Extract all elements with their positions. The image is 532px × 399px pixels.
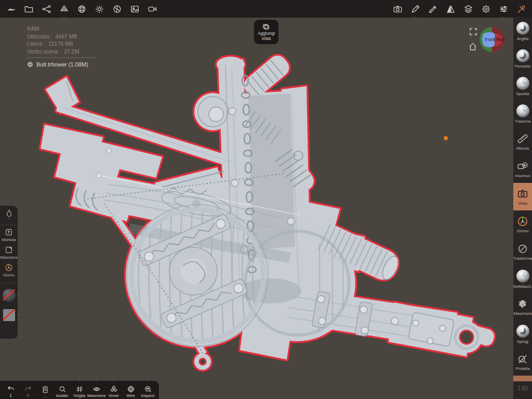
- chevron-right-icon: ›: [17, 292, 19, 298]
- material-swatch[interactable]: ›: [2, 288, 16, 302]
- stroke-morbida-button[interactable]: Morbida: [0, 228, 18, 242]
- tool-trasforma[interactable]: Trasforma: [513, 238, 532, 265]
- gizmo-icon: [517, 216, 528, 227]
- isolate-magnifier-icon: [58, 385, 66, 393]
- logo-icon[interactable]: [2, 0, 20, 18]
- tool-sposta[interactable]: Sposta: [513, 73, 532, 100]
- tool-gizmo[interactable]: Gizmo: [513, 210, 532, 238]
- mask-square-icon: [5, 246, 13, 254]
- tool-argilla[interactable]: Argilla: [513, 18, 532, 45]
- undo-count: 1: [9, 393, 12, 398]
- left-tool-panel: ˇ Morbida Maschera Gizmo › ›: [0, 206, 18, 339]
- chevron-right-icon: ›: [17, 312, 19, 317]
- top-toolbar-left: …: [2, 0, 161, 18]
- stats-used: Utilizzata : 4467 MB: [27, 33, 96, 41]
- push-sphere-icon: [516, 325, 529, 338]
- screenshot-camera-icon[interactable]: [389, 0, 406, 18]
- gear-icon[interactable]: [477, 0, 495, 18]
- inspect-eye-magnifier-icon: [144, 385, 152, 393]
- ruler-icon: [517, 133, 528, 144]
- undo-icon: [7, 384, 15, 393]
- toggle-inspect[interactable]: ˆ Inspect: [139, 385, 156, 398]
- right-tool-bar: Argilla Pennello Sposta Trascina Misura …: [513, 18, 532, 399]
- drag-sphere-icon: [516, 104, 529, 117]
- history-notebook-icon: [41, 385, 49, 394]
- scene-pyramid-icon[interactable]: …: [55, 0, 73, 18]
- mesh-sphere-icon: [27, 61, 33, 68]
- bottom-toolbar: 1 0 … ˆ Isolato ˆ Griglia ˆ Maschera ˆ: [0, 381, 159, 399]
- texture-swatch[interactable]: ›: [2, 308, 16, 322]
- layers-icon[interactable]: [459, 0, 477, 18]
- stroke-cursor-dot: [444, 136, 448, 140]
- scene-object-label: Bolt trhower (1.08M): [36, 61, 88, 69]
- tool-selmasch[interactable]: SelMasch.: [513, 265, 532, 293]
- redo-button[interactable]: 0: [19, 384, 36, 398]
- add-view-button[interactable]: Aggiungi vista: [254, 20, 278, 44]
- brush-sphere-icon: [516, 49, 529, 62]
- tools-icon[interactable]: [512, 0, 530, 18]
- toggle-wire[interactable]: ˆ Wire: [122, 385, 139, 398]
- tool-proietta[interactable]: Proietta: [513, 348, 532, 376]
- falloff-droplet-icon[interactable]: [5, 209, 14, 218]
- undo-button[interactable]: 1: [2, 384, 19, 398]
- project-icon: [517, 353, 528, 365]
- orientation-ball[interactable]: Front Right: [479, 26, 505, 52]
- clay-sphere-icon: [516, 22, 529, 35]
- tool-pennello[interactable]: Pennello: [513, 45, 532, 73]
- radius-value: 1.82: [517, 385, 527, 391]
- view-camera-icon: [517, 188, 528, 200]
- video-camera-icon[interactable]: [143, 0, 161, 18]
- symmetry-icon[interactable]: [442, 0, 459, 18]
- ball-front-label: Front: [485, 37, 495, 42]
- toggle-griglia[interactable]: ˆ Griglia: [71, 385, 88, 398]
- tool-trascina[interactable]: Trascina: [513, 100, 532, 128]
- node-graph-icon[interactable]: [37, 0, 55, 18]
- pencil-icon[interactable]: …: [406, 0, 424, 18]
- wireframe-sphere-icon: [127, 385, 135, 393]
- tool-inserisci[interactable]: Inserisci: [513, 155, 532, 183]
- toggle-maschera[interactable]: ˆ Maschera: [88, 385, 105, 398]
- gizmo-shortcut-button[interactable]: Gizmo: [0, 263, 18, 277]
- history-button[interactable]: …: [36, 385, 54, 398]
- image-icon[interactable]: [126, 0, 143, 18]
- divider: [0, 224, 18, 225]
- stroke-maschera-button[interactable]: Maschera: [0, 246, 18, 260]
- mask-splat-icon: [517, 298, 528, 310]
- add-camera-icon: [262, 23, 270, 31]
- soft-stroke-icon: [5, 228, 13, 236]
- sun-icon[interactable]: [90, 0, 108, 18]
- scene-object-row[interactable]: Bolt trhower (1.08M): [27, 61, 96, 69]
- folder-icon[interactable]: [20, 0, 37, 18]
- paintbrush-icon[interactable]: [424, 0, 442, 18]
- nomad-sculpt-app: { "colors":{ "canvas_bg":"#4a443f","topb…: [0, 0, 532, 399]
- toggle-voxel[interactable]: ˆ Voxel: [105, 385, 122, 398]
- home-icon[interactable]: [468, 42, 477, 51]
- stats-divider: [27, 57, 96, 58]
- aperture-icon[interactable]: [108, 0, 126, 18]
- insert-shape-icon: [517, 161, 528, 172]
- stats-free: Libera : 12176 MB: [27, 40, 96, 48]
- caret-down-icon: ˇ: [8, 218, 10, 221]
- transform-icon: [517, 243, 528, 255]
- memory-stats: RAM Utilizzata : 4467 MB Libera : 12176 …: [27, 25, 96, 69]
- next-tool-highlight[interactable]: [513, 376, 532, 381]
- select-mask-sphere-icon: [516, 270, 529, 283]
- fullscreen-icon[interactable]: [469, 27, 478, 36]
- top-toolbar: …: [0, 0, 532, 18]
- stats-vertices: Vertici scena : 27.2M: [27, 48, 96, 56]
- redo-count: 0: [26, 393, 29, 398]
- globe-icon[interactable]: [73, 0, 90, 18]
- sliders-icon[interactable]: …: [495, 0, 512, 18]
- grid-icon: [75, 385, 84, 393]
- tool-vista-active[interactable]: Vista: [513, 183, 532, 210]
- divider: [0, 283, 18, 283]
- redo-icon: [24, 384, 32, 393]
- gizmo-icon: [5, 263, 13, 272]
- tool-misura[interactable]: Misura: [513, 128, 532, 155]
- tool-spingi[interactable]: Spingi: [513, 321, 532, 348]
- add-view-label: Aggiungi vista: [254, 31, 278, 41]
- move-sphere-icon: [516, 77, 529, 90]
- stats-title: RAM: [27, 25, 96, 33]
- toggle-isolato[interactable]: ˆ Isolato: [54, 385, 71, 398]
- tool-maschera[interactable]: Maschera: [513, 293, 532, 321]
